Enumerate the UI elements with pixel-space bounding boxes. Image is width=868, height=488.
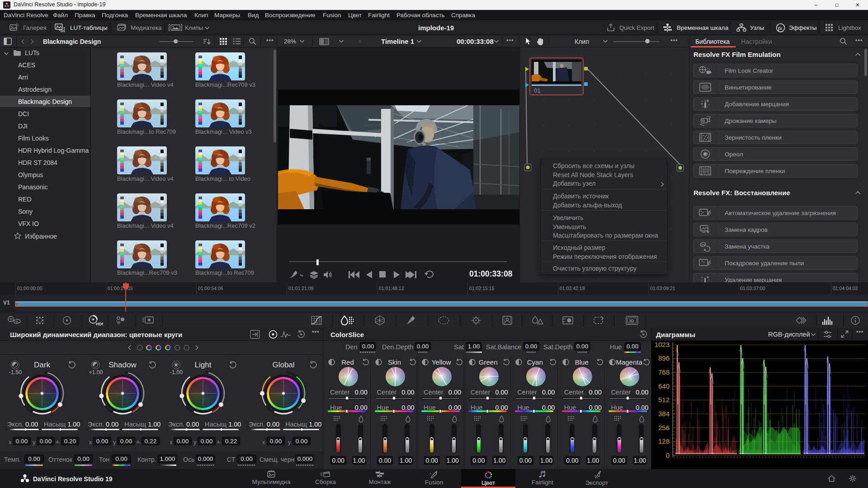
svg-text:01: 01	[534, 87, 540, 94]
svg-text:fx: fx	[778, 25, 783, 31]
svg-text:HDR: HDR	[96, 322, 103, 326]
svg-text:3D: 3D	[629, 319, 634, 323]
